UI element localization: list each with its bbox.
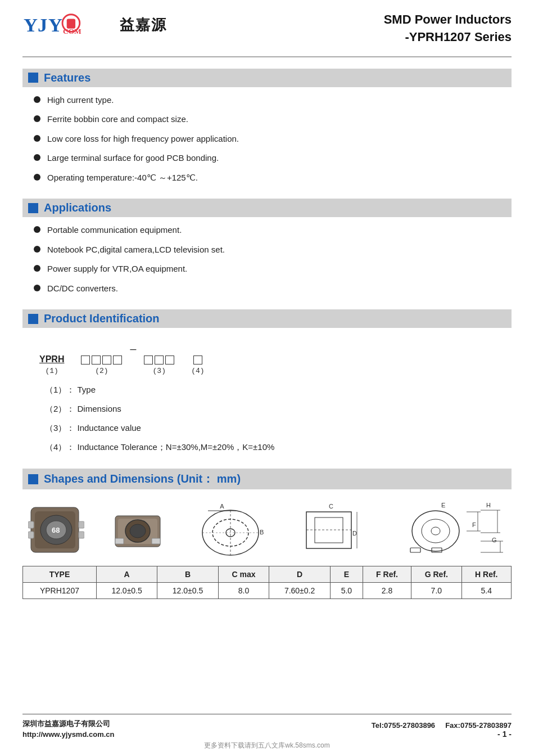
prod-id-boxes-4 [193,356,202,364]
svg-point-39 [412,511,459,551]
svg-text:A: A [220,503,224,510]
col-cmax: C max [218,566,269,583]
product-id-notes: （1）： Type （2）： Dimensions （3）： Inductanc… [22,380,512,465]
cell-gref: 7.0 [411,583,461,599]
list-item: Large terminal surface for good PCB bond… [34,152,512,165]
bullet-dot [34,226,40,233]
logo-area: Y J Y COM 益嘉源 [22,11,167,38]
box [81,356,90,364]
prod-id-label-3: (3) [153,367,166,375]
svg-text:COM: COM [63,27,82,35]
app-item-2: Notebook PC,digital camera,LCD televisio… [47,244,225,256]
bullet-dot [34,265,40,272]
logo-icon: Y J Y COM [22,11,120,38]
shapes-icon [28,474,38,484]
dimensions-table: TYPE A B C max D E F Ref. G Ref. H Ref. … [22,566,512,599]
svg-text:H: H [486,502,491,508]
prod-id-col-3: (3) [144,356,174,375]
bullet-dot [34,115,40,122]
box [92,356,101,364]
shape-photo-2 [112,505,163,555]
product-id-section-header: Product Identification [22,309,512,328]
shape-drawing-top: A B [191,502,270,558]
cell-b: 12.0±0.5 [157,583,218,599]
col-href: H Ref. [461,566,511,583]
feature-item-1: High current type. [47,94,114,107]
table-header-row: TYPE A B C max D E F Ref. G Ref. H Ref. [23,566,512,583]
cell-a: 12.0±0.5 [96,583,157,599]
prod-note-2: （2）： Dimensions [45,402,495,416]
applications-section-header: Applications [22,199,512,217]
svg-text:J: J [38,14,47,35]
page-footer: 深圳市益嘉源电子有限公司 http://www.yjysmd.com.cn Te… [22,714,512,739]
prod-note-3: （3）： Inductance value [45,421,495,435]
shape-drawing-complex: E H F G [393,502,506,558]
bullet-dot [34,96,40,103]
col-b: B [157,566,218,583]
page-number: - 1 - [372,730,512,739]
feature-item-5: Operating temperature:-40℃ ～+125℃. [47,172,198,184]
cell-cmax: 8.0 [218,583,269,599]
company-name-footer: 深圳市益嘉源电子有限公司 [22,719,114,729]
svg-rect-20 [152,538,160,544]
shape-drawing-side: C D [298,502,365,558]
col-fref: F Ref. [363,566,411,583]
list-item: Low core loss for high frequency power a… [34,133,512,146]
app-item-4: DC/DC converters. [47,282,118,295]
page-header: Y J Y COM 益嘉源 SMD Power Inductors -YPRH1… [22,11,512,46]
list-item: Operating temperature:-40℃ ～+125℃. [34,172,512,184]
cell-e: 5.0 [330,583,363,599]
prod-id-label-1: (1) [46,367,58,375]
list-item: Power supply for VTR,OA equipment. [34,263,512,276]
box [165,356,174,364]
svg-point-41 [431,527,440,535]
watermark-text: 更多资料下载请到五八文库wk.58sms.com [204,741,329,749]
product-title-line2: -YPRH1207 Series [384,29,512,46]
svg-text:B: B [260,529,264,536]
svg-text:E: E [441,502,445,508]
shapes-section-header: Shapes and Dimensions (Unit： mm) [22,469,512,489]
svg-text:Y: Y [48,14,62,35]
fax: Fax:0755-27803897 [445,721,512,730]
svg-rect-42 [410,548,420,552]
svg-rect-14 [79,532,84,538]
col-d: D [269,566,330,583]
features-title: Features [44,71,90,84]
bullet-dot [34,154,40,161]
svg-text:68: 68 [52,526,60,534]
svg-rect-31 [315,518,343,543]
svg-rect-19 [115,538,124,544]
feature-item-4: Large terminal surface for good PCB bond… [47,152,219,165]
shapes-title: Shapes and Dimensions (Unit： mm) [44,471,241,487]
cell-type: YPRH1207 [23,583,97,599]
cell-fref: 2.8 [363,583,411,599]
svg-point-40 [422,519,450,543]
list-item: Notebook PC,digital camera,LCD televisio… [34,244,512,256]
box [113,356,122,364]
col-type: TYPE [23,566,97,583]
svg-text:Y: Y [24,14,38,35]
company-logo: Y J Y COM 益嘉源 [22,11,167,38]
prod-note-4: （4）： Inductance Tolerance；N=±30%,M=±20%，… [45,440,495,454]
company-name-cn: 益嘉源 [120,15,167,35]
box [102,356,111,364]
shapes-images: 68 A [22,496,512,558]
svg-point-18 [130,524,146,538]
prod-id-col-2: (2) [81,356,122,375]
cell-d: 7.60±0.2 [269,583,330,599]
bullet-dot [34,246,40,253]
box [193,356,202,364]
box [155,356,164,364]
product-title: SMD Power Inductors -YPRH1207 Series [384,11,512,46]
features-list: High current type. Ferrite bobbin core a… [22,94,512,196]
applications-title: Applications [44,201,111,214]
col-e: E [330,566,363,583]
col-gref: G Ref. [411,566,461,583]
prod-id-label-4: (4) [191,367,204,375]
svg-rect-11 [28,521,34,528]
table-row: YPRH1207 12.0±0.5 12.0±0.5 8.0 7.60±0.2 … [23,583,512,599]
svg-text:C: C [329,503,333,510]
bullet-dot [34,174,40,181]
list-item: DC/DC converters. [34,282,512,295]
product-id-icon [28,314,38,324]
